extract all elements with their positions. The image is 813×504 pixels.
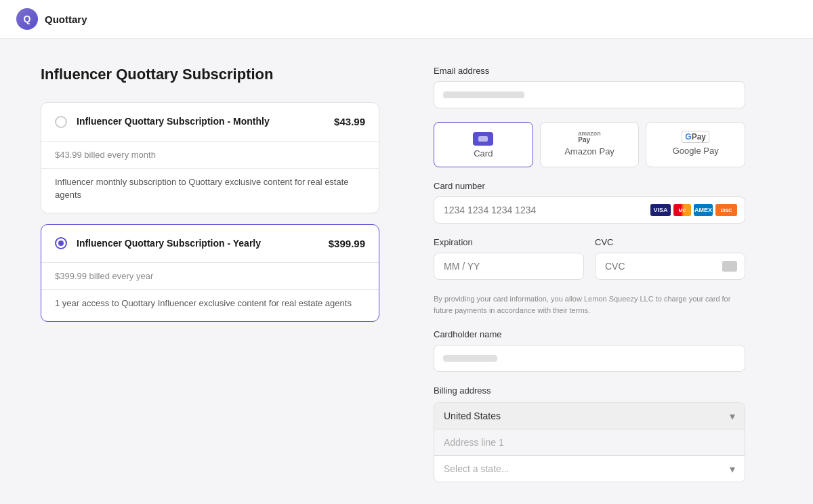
- amazon-pay-btn[interactable]: amazon Pay Amazon Pay: [540, 122, 640, 167]
- yearly-plan-name: Influencer Quottary Subscription - Yearl…: [77, 237, 319, 251]
- email-form-group: Email address: [434, 66, 745, 108]
- left-panel: Influencer Quottary Subscription Influen…: [41, 66, 379, 496]
- card-number-form-group: Card number VISA MC AMEX DISC: [434, 181, 745, 224]
- email-blur-mask: [443, 91, 524, 98]
- amazon-pay-label: Amazon Pay: [564, 146, 614, 156]
- card-label: Card: [474, 148, 493, 159]
- state-select[interactable]: Select a state...: [434, 456, 745, 482]
- billing-label: Billing address: [434, 385, 745, 396]
- cvc-label: CVC: [595, 237, 745, 247]
- email-label: Email address: [434, 66, 745, 76]
- monthly-plan-name: Influencer Quottary Subscription - Month…: [77, 115, 325, 129]
- google-pay-icon: GPay: [682, 131, 709, 143]
- header: Q Quottary: [0, 0, 813, 39]
- monthly-plan-card[interactable]: Influencer Quottary Subscription - Month…: [41, 102, 379, 213]
- card-icon: [473, 131, 493, 146]
- cardholder-form-group: Cardholder name: [434, 329, 745, 372]
- cardholder-label: Cardholder name: [434, 329, 745, 339]
- billing-address-section: Billing address United States Address li…: [434, 385, 745, 482]
- right-panel: Email address Card amazon Pay: [434, 66, 745, 496]
- expiration-label: Expiration: [434, 237, 584, 247]
- logo-icon: Q: [16, 8, 38, 30]
- monthly-radio[interactable]: [55, 116, 67, 128]
- card-brand-icons: VISA MC AMEX DISC: [650, 204, 737, 216]
- expiration-input[interactable]: [434, 253, 584, 280]
- yearly-plan-card[interactable]: Influencer Quottary Subscription - Yearl…: [41, 224, 379, 322]
- expiration-form-group: Expiration: [434, 237, 584, 280]
- monthly-billing-text: $43.99 billed every month: [41, 142, 379, 168]
- brand-name: Quottary: [45, 14, 87, 25]
- mastercard-icon: MC: [673, 204, 691, 216]
- billing-address-box: United States Address line 1 Select a st…: [434, 402, 745, 482]
- page-title: Influencer Quottary Subscription: [41, 66, 379, 83]
- payment-methods-group: Card amazon Pay Amazon Pay GPay: [434, 122, 745, 167]
- yearly-billing-text: $399.99 billed every year: [41, 263, 379, 289]
- disclaimer-text: By providing your card information, you …: [434, 293, 745, 316]
- monthly-plan-description: Influencer monthly subscription to Quott…: [41, 169, 379, 213]
- cardholder-blur-mask: [443, 355, 497, 362]
- yearly-plan-description: 1 year access to Quottary Influencer exc…: [41, 290, 379, 321]
- state-select-wrapper[interactable]: Select a state...: [434, 456, 745, 482]
- card-number-label: Card number: [434, 181, 745, 191]
- cvc-card-icon: [722, 261, 737, 272]
- amazon-pay-icon: amazon Pay: [578, 131, 601, 144]
- google-pay-btn[interactable]: GPay Google Pay: [646, 122, 745, 167]
- google-pay-label: Google Pay: [673, 146, 719, 156]
- country-select-wrapper[interactable]: United States: [434, 403, 745, 429]
- yearly-radio[interactable]: [55, 237, 67, 249]
- amex-icon: AMEX: [694, 204, 713, 216]
- country-select[interactable]: United States: [434, 403, 745, 429]
- monthly-plan-price: $43.99: [334, 116, 365, 127]
- discover-icon: DISC: [715, 204, 737, 216]
- cvc-form-group: CVC: [595, 237, 745, 280]
- address-line-1: Address line 1: [434, 429, 745, 456]
- visa-icon: VISA: [650, 204, 671, 216]
- yearly-plan-price: $399.99: [329, 238, 365, 249]
- card-payment-btn[interactable]: Card: [434, 122, 533, 167]
